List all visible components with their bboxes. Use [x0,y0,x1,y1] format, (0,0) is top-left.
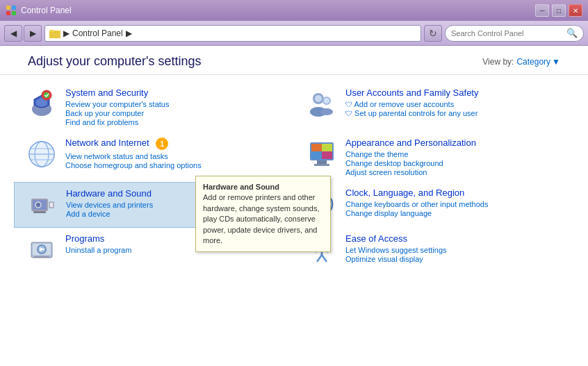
svg-rect-2 [6,11,10,15]
hardware-tooltip: Hardware and Sound Add or remove printer… [195,176,331,252]
path-arrow: ▶ [63,28,70,38]
svg-point-17 [324,98,329,103]
view-by-container: View by: Category ▼ [482,57,560,67]
appearance-text: Appearance and Personalization Change th… [345,138,563,176]
svg-rect-3 [12,11,16,15]
title-bar-text: Control Panel [21,6,72,15]
user-accounts-icon [305,88,338,121]
system-security-title[interactable]: System and Security [65,88,283,98]
svg-line-56 [322,255,327,262]
system-security-link-1[interactable]: Back up your computer [65,109,283,117]
minimize-button[interactable]: ─ [535,4,549,17]
appearance-icon [305,138,338,171]
ease-access-link-1[interactable]: Optimize visual display [345,255,563,263]
category-user-accounts[interactable]: User Accounts and Family Safety 🛡 Add or… [294,82,574,132]
category-appearance[interactable]: Appearance and Personalization Change th… [294,132,574,182]
category-clock[interactable]: EN Clock, Language, and Region Change ke… [294,182,574,228]
tooltip-text: Add or remove printers and other hardwar… [203,193,320,244]
category-ease-access[interactable]: Ease of Access Let Windows suggest setti… [294,228,574,272]
close-button[interactable]: ✕ [569,4,582,17]
appearance-link-1[interactable]: Change desktop background [345,159,563,167]
refresh-button[interactable]: ↻ [424,25,442,42]
user-accounts-link-1[interactable]: 🛡 Set up parental controls for any user [345,109,563,117]
categories-grid: System and Security Review your computer… [0,75,588,279]
svg-point-23 [29,142,54,167]
appearance-title[interactable]: Appearance and Personalization [345,138,563,148]
view-by-value: Category [516,57,550,67]
path-text: Control Panel [72,28,123,38]
system-security-link-2[interactable]: Find and fix problems [65,118,283,126]
network-link-0[interactable]: View network status and tasks [65,152,283,160]
user-accounts-title[interactable]: User Accounts and Family Safety [345,88,563,98]
path-arrow2: ▶ [126,28,132,38]
network-badge: 1 [156,138,168,150]
title-bar: Control Panel ─ □ ✕ [0,0,588,21]
network-link-1[interactable]: Choose homegroup and sharing options [65,161,283,169]
category-system-security[interactable]: System and Security Review your computer… [14,82,294,132]
user-accounts-link-0[interactable]: 🛡 Add or remove user accounts [345,100,563,108]
network-title-text: Network and Internet [65,138,149,148]
tooltip-title: Hardware and Sound [203,183,279,191]
category-hardware[interactable]: Hardware and Sound View devices and prin… [14,182,294,228]
view-by-label: View by: [482,57,514,67]
svg-point-11 [44,92,49,98]
ease-access-link-0[interactable]: Let Windows suggest settings [345,246,563,254]
clock-text: Clock, Language, and Region Change keybo… [345,188,563,217]
back-button[interactable]: ◀ [4,25,22,42]
svg-rect-38 [33,211,46,213]
hardware-icon [26,188,59,222]
ease-access-title[interactable]: Ease of Access [345,233,563,244]
folder-icon [49,28,60,38]
svg-line-55 [317,255,322,262]
maximize-button[interactable]: □ [552,4,566,17]
svg-rect-30 [317,160,327,164]
nav-buttons: ◀ ▶ [4,25,42,42]
control-panel-icon [6,5,17,16]
system-security-text: System and Security Review your computer… [65,88,283,126]
svg-rect-28 [311,151,322,159]
clock-link-1[interactable]: Change display language [345,209,563,217]
ease-access-text: Ease of Access Let Windows suggest setti… [345,233,563,263]
category-network[interactable]: Network and Internet 1 View network stat… [14,132,294,182]
search-icon[interactable]: 🔍 [566,28,578,38]
search-input[interactable] [451,29,564,38]
network-title[interactable]: Network and Internet 1 [65,138,283,150]
svg-point-35 [36,203,40,207]
system-security-icon [25,88,58,121]
svg-point-16 [315,95,322,102]
svg-rect-31 [314,164,329,166]
user-accounts-link-text-0: Add or remove user accounts [354,100,454,108]
shield-small-1: 🛡 [345,101,352,108]
window-controls: ─ □ ✕ [535,4,582,17]
svg-rect-1 [12,6,16,10]
address-path[interactable]: ▶ Control Panel ▶ [44,25,421,42]
appearance-link-2[interactable]: Adjust screen resolution [345,168,563,176]
svg-rect-50 [34,256,49,258]
network-text: Network and Internet 1 View network stat… [65,138,283,169]
appearance-link-0[interactable]: Change the theme [345,150,563,158]
user-accounts-text: User Accounts and Family Safety 🛡 Add or… [345,88,563,117]
user-accounts-link-text-1: Set up parental controls for any user [354,109,477,117]
svg-rect-0 [6,6,10,10]
shield-small-2: 🛡 [345,110,352,117]
main-content: Adjust your computer's settings View by:… [0,46,588,366]
clock-title[interactable]: Clock, Language, and Region [345,188,563,198]
view-by-dropdown[interactable]: Category ▼ [516,57,560,67]
svg-rect-27 [322,144,332,151]
view-by-arrow: ▼ [552,57,560,67]
network-icon [25,138,58,171]
programs-icon [25,233,58,267]
forward-button[interactable]: ▶ [24,25,42,42]
title-bar-left: Control Panel [6,5,72,16]
clock-link-0[interactable]: Change keyboards or other input methods [345,200,563,208]
svg-rect-5 [49,30,54,32]
svg-point-15 [320,108,333,115]
search-box[interactable]: 🔍 [445,25,584,42]
svg-rect-29 [322,151,332,159]
page-title: Adjust your computer's settings [28,54,202,69]
svg-rect-37 [50,203,53,207]
address-bar: ◀ ▶ ▶ Control Panel ▶ ↻ 🔍 [0,21,588,46]
svg-rect-26 [311,144,322,151]
content-header: Adjust your computer's settings View by:… [0,46,588,75]
system-security-link-0[interactable]: Review your computer's status [65,100,283,108]
